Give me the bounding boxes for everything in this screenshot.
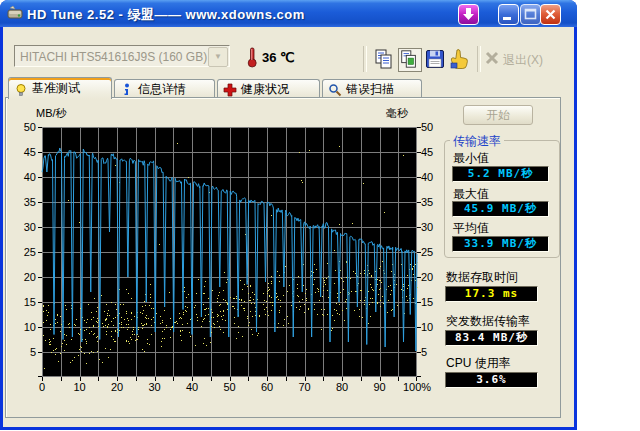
desktop: { "window": { "title": "HD Tune 2.52 - 绿… [0, 0, 640, 431]
axis-tick-label: 40 [10, 171, 36, 183]
axis-tick-label: 50 [211, 381, 249, 393]
axis-tick-label: 25 [10, 246, 36, 258]
close-icon [541, 5, 560, 24]
axis-tick-label: 10 [10, 321, 36, 333]
right-axis-title: 毫秒 [386, 106, 408, 121]
download-arrow-icon [459, 5, 478, 24]
exit-x-icon [485, 51, 499, 65]
burst-rate-display: 83.4 MB/秒 [445, 330, 538, 346]
axis-tick-label: 50 [421, 121, 451, 133]
axis-tick-label: 50 [10, 121, 36, 133]
axis-tick-label: 60 [248, 381, 286, 393]
axis-tick-label: 0 [23, 381, 61, 393]
maximize-icon [521, 5, 540, 24]
toolbar-separator [363, 46, 367, 72]
info-icon [120, 83, 134, 97]
tab-info[interactable]: 信息详情 [114, 79, 215, 98]
axis-tick-label: 40 [173, 381, 211, 393]
drive-select-value: HITACHI HTS541616J9S (160 GB) [20, 50, 207, 64]
tab-error-scan[interactable]: 错误扫描 [322, 79, 422, 98]
access-time-display: 17.3 ms [445, 286, 538, 302]
tab-label: 信息详情 [138, 82, 186, 96]
title-bar[interactable]: HD Tune 2.52 - 绿盟—— www.xdowns.com [0, 0, 577, 27]
axis-tick-label: 30 [136, 381, 174, 393]
options-button[interactable] [449, 48, 471, 70]
thermometer-icon [246, 46, 258, 68]
save-icon [424, 48, 446, 70]
left-axis-title: MB/秒 [36, 106, 67, 121]
copy-icon [373, 48, 395, 70]
options-icon [449, 48, 471, 70]
exit-button[interactable] [485, 51, 501, 67]
axis-tick-label: 10 [61, 381, 99, 393]
axis-tick-label: 35 [10, 196, 36, 208]
axis-tick-label: 5 [10, 346, 36, 358]
burst-rate-label: 突发数据传输率 [446, 313, 530, 330]
chevron-down-icon[interactable]: ▼ [208, 47, 228, 67]
copy-screenshot-icon [399, 49, 419, 69]
cpu-usage-display: 3.6% [445, 372, 538, 388]
maximize-button[interactable] [520, 4, 541, 25]
axis-tick-label: 20 [10, 271, 36, 283]
tab-label: 健康状况 [241, 82, 289, 96]
axis-tick-label: 80 [323, 381, 361, 393]
minimize-icon [499, 5, 518, 24]
tab-health[interactable]: 健康状况 [217, 79, 320, 98]
max-value-display: 45.9 MB/秒 [452, 201, 549, 217]
avg-value-display: 33.9 MB/秒 [452, 236, 549, 252]
tab-label: 错误扫描 [346, 82, 394, 96]
magnifier-icon [328, 83, 342, 97]
toolbar-separator [477, 46, 481, 72]
close-button[interactable] [540, 4, 561, 25]
transfer-rate-group-title: 传输速率 [450, 133, 504, 150]
save-screenshot-button[interactable] [424, 48, 446, 70]
avg-label: 平均值 [453, 220, 489, 237]
copy-screenshot-button[interactable] [398, 48, 422, 72]
axis-tick-label: 15 [10, 296, 36, 308]
exit-button-label[interactable]: 退出(X) [503, 52, 543, 69]
tab-label: 基准测试 [32, 81, 80, 95]
health-cross-icon [223, 83, 237, 97]
min-value-display: 5.2 MB/秒 [452, 166, 549, 182]
drive-select[interactable]: HITACHI HTS541616J9S (160 GB) ▼ [14, 45, 230, 67]
minimize-button[interactable] [498, 4, 519, 25]
axis-tick-label: 30 [10, 221, 36, 233]
axis-tick-label: 70 [286, 381, 324, 393]
start-button[interactable]: 开始 [463, 105, 533, 125]
benchmark-chart-canvas [38, 127, 421, 381]
tab-benchmark[interactable]: 基准测试 [8, 77, 112, 99]
axis-tick-label: 100% [398, 381, 436, 393]
hdtune-window: HD Tune 2.52 - 绿盟—— www.xdowns.com HITAC… [0, 0, 577, 430]
axis-tick-label: 45 [10, 146, 36, 158]
axis-tick-label: 90 [361, 381, 399, 393]
copy-text-button[interactable] [373, 48, 395, 70]
download-button[interactable] [458, 4, 479, 25]
app-icon [7, 5, 23, 21]
temperature-value: 36 ℃ [262, 50, 295, 65]
axis-tick-label: 20 [98, 381, 136, 393]
lightbulb-icon [14, 83, 28, 97]
cpu-usage-label: CPU 使用率 [446, 355, 511, 372]
min-label: 最小值 [453, 150, 489, 167]
window-title: HD Tune 2.52 - 绿盟—— www.xdowns.com [27, 6, 305, 24]
access-time-label: 数据存取时间 [446, 269, 518, 286]
